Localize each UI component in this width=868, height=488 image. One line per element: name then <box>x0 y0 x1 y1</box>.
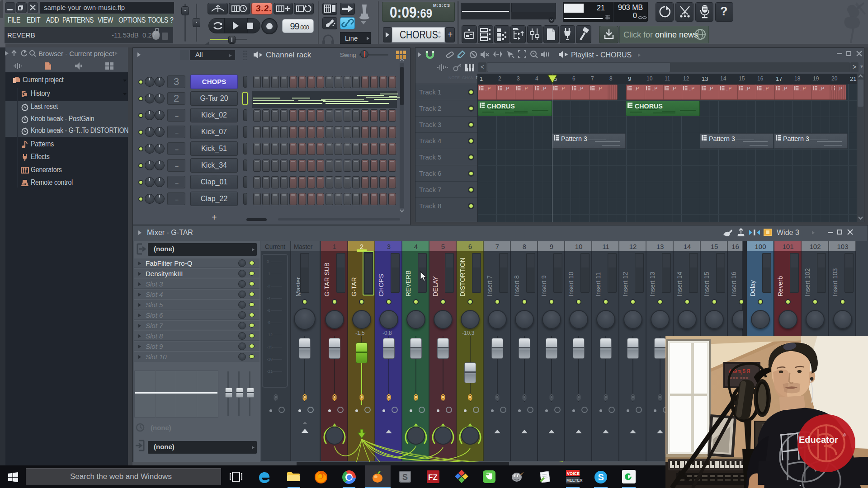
svg-text:..P: ..P <box>726 86 732 91</box>
svg-text:S: S <box>598 472 604 482</box>
svg-text:..P: ..P <box>504 86 509 91</box>
svg-text:..P: ..P <box>633 86 639 91</box>
svg-text:..P: ..P <box>689 86 695 91</box>
svg-text:..P: ..P <box>559 86 565 91</box>
svg-text:..P: ..P <box>522 86 528 91</box>
svg-text:MEETER: MEETER <box>566 478 582 483</box>
svg-text:..P: ..P <box>596 86 602 91</box>
svg-text:..P: ..P <box>708 86 713 91</box>
svg-text:..P: ..P <box>485 86 491 91</box>
svg-text:VOICE: VOICE <box>567 471 580 476</box>
svg-text:..P: ..P <box>541 86 547 91</box>
svg-text:..P: ..P <box>670 86 676 91</box>
svg-text:..P: ..P <box>782 86 788 91</box>
svg-text:..P: ..P <box>578 86 584 91</box>
svg-text:..P: ..P <box>800 86 806 91</box>
svg-text:..P: ..P <box>745 86 750 91</box>
svg-text:..P: ..P <box>763 86 769 91</box>
svg-text:FZ: FZ <box>428 473 438 482</box>
svg-text:S: S <box>402 473 408 482</box>
svg-text:..P: ..P <box>819 86 825 91</box>
svg-text:..P: ..P <box>652 86 658 91</box>
